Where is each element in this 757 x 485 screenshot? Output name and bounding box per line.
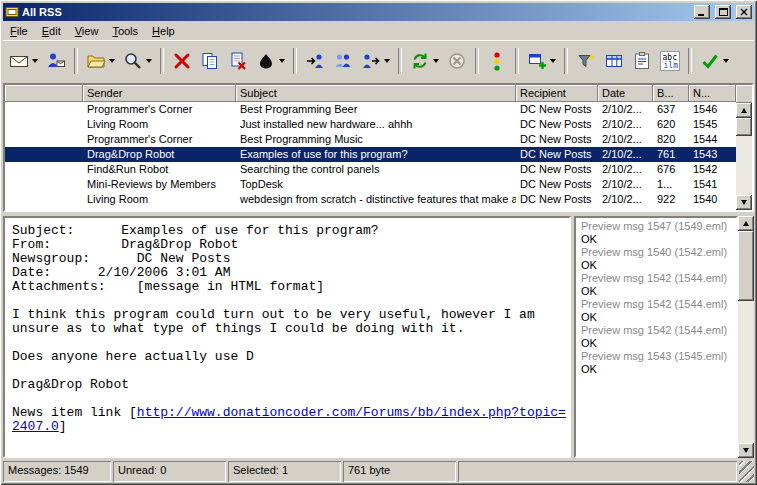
delete-message-button[interactable] [224,45,252,77]
cell-subject: Searching the control panels [236,162,516,177]
menubar: FileEditViewToolsHelp [3,21,754,40]
column-header-icon[interactable] [5,85,83,102]
cell-num: 1542 [689,162,736,177]
dropdown-arrow-icon[interactable] [146,59,152,63]
cell-recipient: DC New Posts [516,132,598,147]
ink-blob-icon [256,51,276,71]
menu-file[interactable]: File [3,23,35,39]
preview-line: Subject: Examples of use for this progra… [12,224,562,238]
next-user-button[interactable] [357,45,394,77]
list-scrollbar[interactable] [736,103,752,210]
message-row[interactable]: Mini-Reviews by MembersTopDeskDC New Pos… [5,177,736,192]
cell-subject: webdesign from scratch - distinctive fea… [236,192,516,207]
compose-to-user-button[interactable] [42,45,70,77]
cell-date: 2/10/2... [598,102,653,117]
app-window: All RSS FileEditViewToolsHelp abcilm Sen… [0,0,757,485]
scroll-up-button[interactable] [736,103,752,118]
cell-icon [5,177,83,192]
message-row[interactable]: Find&Run RobotSearching the control pane… [5,162,736,177]
dropdown-arrow-icon[interactable] [723,59,729,63]
statusbar: Messages: 1549Unread: 0Selected: 1761 by… [3,458,754,482]
cell-bytes: 676 [653,162,689,177]
copy-message-button[interactable] [196,45,224,77]
maximize-button[interactable] [715,5,731,19]
statistics-button[interactable] [600,45,628,77]
open-folder-button[interactable] [82,45,119,77]
cell-subject: Best Programming Music [236,132,516,147]
dropdown-arrow-icon[interactable] [279,59,285,63]
cell-bytes: 761 [653,147,689,162]
scroll-down-button[interactable] [736,195,752,210]
message-row[interactable]: Living RoomJust installed new hardware..… [5,117,736,132]
column-header-recipient[interactable]: Recipient [516,85,598,102]
previous-user-button[interactable] [301,45,329,77]
cell-num: 1541 [689,177,736,192]
traffic-lights-icon [487,51,507,71]
stop-icon [447,51,467,71]
status-size: 761 byte [343,461,456,482]
search-button[interactable] [119,45,156,77]
new-pane-button[interactable] [523,45,560,77]
log-scroll-up-button[interactable] [738,216,754,231]
toolbar-separator [293,48,297,74]
users-button[interactable] [329,45,357,77]
preview-pane[interactable]: Subject: Examples of use for this progra… [3,216,571,458]
scrollbar-thumb[interactable] [736,118,752,136]
column-header-bytes[interactable]: B... [653,85,689,102]
cell-icon [5,162,83,177]
column-header-date[interactable]: Date [598,85,653,102]
message-list-header: SenderSubjectRecipientDateB...N... [5,85,736,102]
column-header-num[interactable]: N... [689,85,736,102]
cell-subject: Best Programming Beer [236,102,516,117]
log-scrollbar-track[interactable] [738,231,754,443]
preview-text: From: Drag&Drop Robot [12,237,238,252]
dropdown-arrow-icon[interactable] [550,59,556,63]
message-list-body: Programmer's CornerBest Programming Beer… [5,102,736,210]
view-log-button[interactable] [628,45,656,77]
message-link[interactable]: 2407.0 [12,419,59,434]
message-link[interactable]: http://www.donationcoder.com/Forums/bb/i… [137,405,566,420]
new-message-button[interactable] [5,45,42,77]
log-scrollbar[interactable] [738,216,754,458]
preview-text: Attachments: [message in HTML format] [12,279,324,294]
message-row[interactable]: Programmer's CornerBest Programming Musi… [5,132,736,147]
arrow-up-icon [743,221,749,226]
menu-view[interactable]: View [68,23,106,39]
message-row[interactable]: Living Roomwebdesign from scratch - dist… [5,192,736,207]
svg-text:ilm: ilm [664,61,679,70]
log-status: OK [581,259,731,272]
column-header-subject[interactable]: Subject [236,85,516,102]
scrollbar-track[interactable] [736,118,752,195]
filter-button[interactable] [572,45,600,77]
validate-button[interactable] [696,45,733,77]
log-scrollbar-thumb[interactable] [738,231,754,301]
dropdown-arrow-icon[interactable] [32,59,38,63]
cell-recipient: DC New Posts [516,117,598,132]
get-messages-button[interactable] [406,45,443,77]
bottom-panes: Subject: Examples of use for this progra… [3,216,754,458]
column-header-sender[interactable]: Sender [83,85,236,102]
menu-edit[interactable]: Edit [35,23,68,39]
menu-tools[interactable]: Tools [105,23,145,39]
dropdown-arrow-icon[interactable] [433,59,439,63]
close-button[interactable] [736,5,752,19]
dropdown-arrow-icon[interactable] [384,59,390,63]
toolbar-separator [564,48,568,74]
preview-text: Drag&Drop Robot [12,377,129,392]
menu-help[interactable]: Help [145,23,182,39]
toolbar-separator [160,48,164,74]
titlebar[interactable]: All RSS [3,3,754,21]
spell-check-button[interactable]: abcilm [656,45,684,77]
message-row[interactable]: Drag&Drop RobotExamples of use for this … [5,147,736,162]
preview-line [12,336,562,350]
connection-status-button[interactable] [483,45,511,77]
preview-line [12,392,562,406]
minimize-button[interactable] [694,5,710,19]
cell-date: 2/10/2... [598,177,653,192]
delete-button[interactable] [168,45,196,77]
message-row[interactable]: Programmer's CornerBest Programming Beer… [5,102,736,117]
resize-grip[interactable] [739,461,754,482]
mark-message-button[interactable] [252,45,289,77]
dropdown-arrow-icon[interactable] [109,59,115,63]
log-scroll-down-button[interactable] [738,443,754,458]
